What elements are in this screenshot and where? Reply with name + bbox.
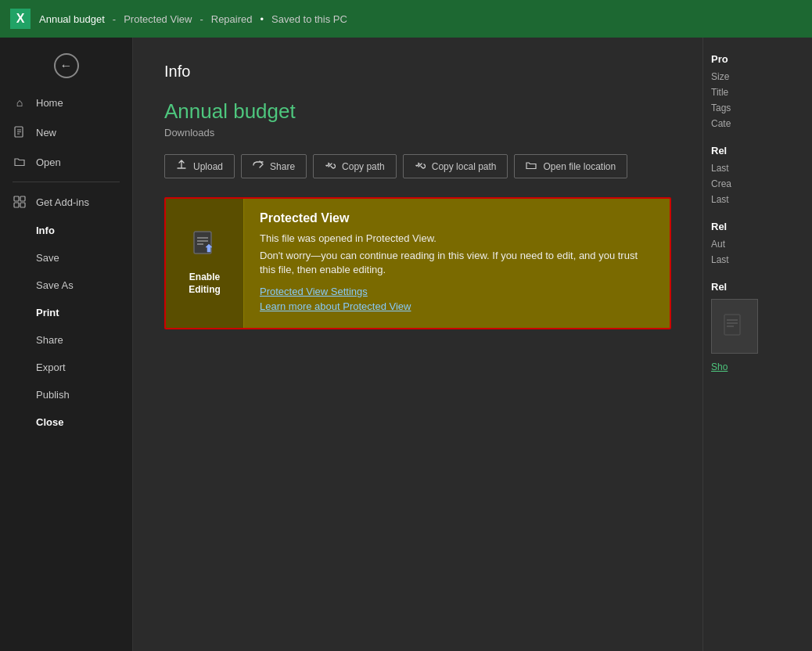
properties-section: Pro Size Title Tags Cate [711, 53, 804, 129]
last-printed-prop: Last [711, 194, 804, 205]
created-prop: Crea [711, 178, 804, 189]
svg-rect-4 [14, 196, 19, 201]
content-area: Info Annual budget Downloads Upload S [133, 38, 702, 651]
title-bar: X Annual budget - Protected View - Repai… [0, 0, 812, 38]
categories-prop: Cate [711, 118, 804, 129]
sidebar-item-save[interactable]: Save [0, 244, 132, 272]
size-prop: Size [711, 71, 804, 82]
enable-editing-button[interactable]: EnableEditing [166, 199, 244, 328]
sidebar-add-ins-label: Get Add-ins [36, 196, 89, 208]
sidebar-item-export[interactable]: Export [0, 354, 132, 381]
sidebar-share-label: Share [36, 334, 63, 346]
open-file-location-label: Open file location [543, 161, 616, 172]
banner-desc2: Don't worry—you can continue reading in … [260, 249, 654, 277]
copy-local-path-button[interactable]: Copy local path [403, 154, 508, 178]
back-button[interactable]: ← [0, 44, 132, 88]
copy-local-path-label: Copy local path [432, 161, 497, 172]
copy-path-label: Copy path [342, 161, 385, 172]
sidebar-open-label: Open [36, 156, 61, 168]
open-icon [13, 155, 27, 169]
title-saved: Saved to this PC [271, 13, 347, 25]
author-prop: Aut [711, 239, 804, 250]
sidebar-item-info[interactable]: Info [0, 217, 132, 244]
upload-button[interactable]: Upload [164, 154, 235, 178]
sidebar-publish-label: Publish [36, 389, 70, 401]
enable-editing-label: EnableEditing [189, 272, 221, 296]
sidebar-info-label: Info [36, 225, 55, 236]
copy-path-button[interactable]: Copy path [313, 154, 397, 178]
sidebar-item-new[interactable]: New [0, 117, 132, 147]
file-title: Annual budget [164, 99, 671, 124]
sidebar-item-close[interactable]: Close [0, 408, 132, 436]
sidebar-divider-1 [13, 182, 120, 182]
sidebar-save-as-label: Save As [36, 279, 74, 291]
share-button[interactable]: Share [241, 154, 307, 178]
copy-path-icon [325, 160, 336, 173]
sidebar: ← ⌂ Home New [0, 38, 133, 651]
related-people-title: Rel [711, 221, 804, 232]
protected-view-banner: EnableEditing Protected View This file w… [164, 197, 671, 329]
excel-app-icon: X [9, 8, 31, 30]
sidebar-new-label: New [36, 127, 56, 138]
related-people-section: Rel Aut Last [711, 221, 804, 265]
open-file-location-button[interactable]: Open file location [514, 154, 627, 178]
home-icon: ⌂ [13, 95, 27, 110]
sidebar-close-label: Close [36, 416, 63, 428]
share-icon [253, 160, 264, 173]
copy-local-path-icon [415, 160, 426, 173]
related-docs-title: Rel [711, 281, 804, 293]
banner-desc1: This file was opened in Protected View. [260, 232, 654, 246]
related-doc-thumbnail [711, 299, 758, 354]
title-prop: Title [711, 87, 804, 98]
sidebar-home-label: Home [36, 97, 63, 109]
last-modified-by-prop: Last [711, 254, 804, 265]
learn-more-link[interactable]: Learn more about Protected View [260, 300, 654, 312]
properties-title: Pro [711, 53, 804, 65]
open-file-location-icon [526, 160, 537, 173]
related-dates-section: Rel Last Crea Last [711, 145, 804, 205]
banner-title: Protected View [260, 211, 654, 225]
sidebar-save-label: Save [36, 252, 59, 264]
sidebar-item-share[interactable]: Share [0, 326, 132, 354]
page-title: Info [164, 63, 671, 81]
sidebar-export-label: Export [36, 361, 66, 373]
upload-icon [176, 160, 187, 173]
sidebar-item-save-as[interactable]: Save As [0, 272, 132, 299]
main-layout: ← ⌂ Home New [0, 38, 812, 651]
action-buttons-row: Upload Share Copy path [164, 154, 671, 178]
sidebar-item-home[interactable]: ⌂ Home [0, 88, 132, 117]
last-modified-prop: Last [711, 163, 804, 174]
sidebar-item-publish[interactable]: Publish [0, 381, 132, 408]
svg-rect-12 [724, 315, 740, 335]
enable-editing-icon [192, 230, 218, 265]
file-location: Downloads [164, 127, 671, 138]
title-app-name: Annual budget [39, 13, 105, 25]
right-panel: Pro Size Title Tags Cate Rel Last Crea L… [702, 38, 812, 651]
sidebar-print-label: Print [36, 307, 59, 318]
related-dates-title: Rel [711, 145, 804, 156]
show-all-link[interactable]: Sho [711, 361, 728, 372]
sidebar-item-get-add-ins[interactable]: Get Add-ins [0, 187, 132, 217]
title-repaired: Repaired [211, 13, 253, 25]
banner-content: Protected View This file was opened in P… [244, 199, 670, 328]
upload-label: Upload [193, 161, 223, 172]
svg-rect-5 [20, 196, 25, 201]
back-arrow-icon: ← [54, 53, 79, 78]
title-separator1: - [113, 13, 116, 25]
title-protected-view: Protected View [124, 13, 192, 25]
new-icon [13, 125, 27, 139]
sidebar-item-print[interactable]: Print [0, 299, 132, 326]
sidebar-item-open[interactable]: Open [0, 147, 132, 177]
svg-rect-6 [14, 203, 19, 207]
add-ins-icon [13, 195, 27, 209]
svg-rect-7 [20, 203, 25, 207]
related-docs-section: Rel Sho [711, 281, 804, 372]
tags-prop: Tags [711, 103, 804, 113]
title-separator2: - [199, 13, 203, 25]
protected-view-settings-link[interactable]: Protected View Settings [260, 286, 654, 297]
share-label: Share [270, 161, 295, 172]
title-bullet: • [260, 13, 264, 25]
